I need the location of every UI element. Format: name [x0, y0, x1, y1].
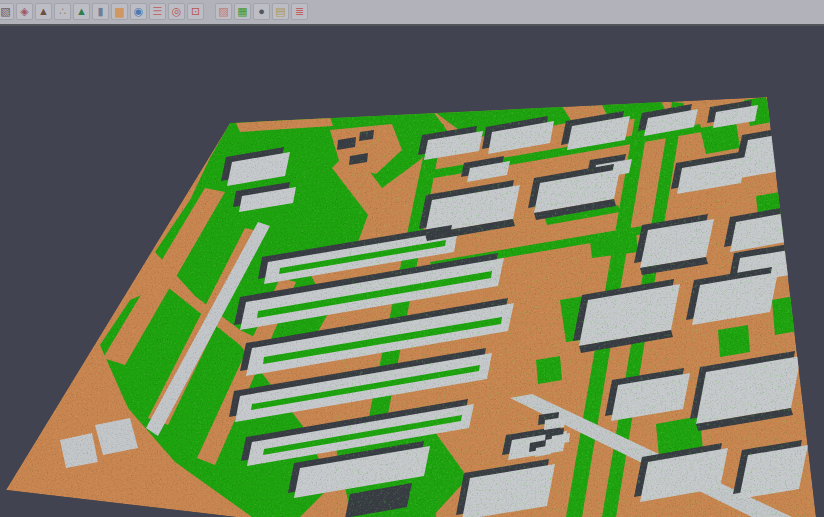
zoom-extents-icon[interactable]: ⊡ [187, 3, 204, 20]
layers-icon[interactable]: ☰ [149, 3, 166, 20]
point-cloud-icon[interactable]: ∴ [54, 3, 71, 20]
clip-region-icon[interactable]: ▨ [215, 3, 232, 20]
profile-tool-icon[interactable]: ▮ [92, 3, 109, 20]
measurement-icon[interactable]: ≣ [291, 3, 308, 20]
screenshot-icon[interactable]: ● [253, 3, 270, 20]
globe-3d-icon[interactable]: ◉ [130, 3, 147, 20]
orthophoto-icon[interactable]: ▆ [111, 3, 128, 20]
classification-view-icon[interactable]: ▦ [234, 3, 251, 20]
point-cloud-render[interactable] [0, 0, 824, 517]
import-data-icon[interactable]: ◈ [16, 3, 33, 20]
target-mode-icon[interactable]: ◎ [168, 3, 185, 20]
dark-speckle-noise [0, 85, 824, 517]
annotation-icon[interactable]: ▤ [272, 3, 289, 20]
file-open-icon[interactable]: ▧ [0, 3, 14, 20]
surface-model-icon[interactable]: ▲ [73, 3, 90, 20]
main-toolbar: ▧◈▲∴▲▮▆◉☰◎⊡▨▦●▤≣ [0, 0, 824, 26]
terrain-model-icon[interactable]: ▲ [35, 3, 52, 20]
